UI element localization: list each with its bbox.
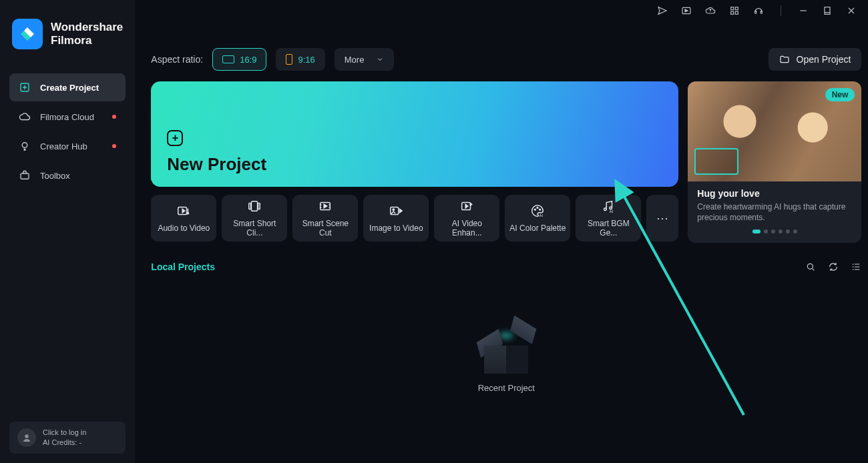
notification-dot: [112, 144, 116, 148]
aspect-more-button[interactable]: More: [335, 48, 395, 71]
promo-description: Create heartwarming AI hugs that capture…: [697, 201, 852, 223]
tool-label: Smart BGM Ge...: [580, 219, 637, 238]
hero-title: New Project: [167, 154, 662, 175]
short-clip-icon: [247, 199, 262, 213]
svg-rect-16: [258, 203, 260, 209]
sidebar-item-label: Create Project: [40, 83, 99, 93]
music-ai-icon: AI: [601, 199, 616, 213]
svg-point-28: [808, 264, 813, 270]
tool-label: AI Video Enhan...: [438, 219, 495, 238]
list-view-icon[interactable]: [851, 262, 861, 272]
left-column: + New Project Audio to Video Smart Short…: [151, 81, 678, 243]
tool-label: Smart Scene Cut: [296, 219, 354, 238]
promo-title: Hug your love: [697, 188, 852, 199]
brand-line-1: Wondershare: [51, 21, 123, 34]
enhance-icon: [459, 199, 474, 213]
landscape-icon: [222, 55, 234, 63]
pill-label: 9:16: [298, 55, 314, 65]
notification-dot: [112, 115, 116, 119]
promo-pagination-dots[interactable]: [697, 229, 852, 234]
aspect-16-9-button[interactable]: 16:9: [212, 48, 266, 71]
plus-icon: +: [167, 130, 183, 146]
audio-video-icon: [176, 203, 191, 218]
svg-point-25: [604, 208, 607, 211]
brand-line-2: Filmora: [51, 34, 123, 47]
image-video-icon: [389, 203, 403, 218]
tool-label: Audio to Video: [158, 223, 210, 233]
tool-audio-to-video[interactable]: Audio to Video: [151, 195, 216, 242]
svg-point-9: [22, 143, 27, 148]
sidebar-item-toolbox[interactable]: Toolbox: [9, 161, 126, 189]
promo-new-badge: New: [825, 88, 855, 101]
folder-icon: [779, 54, 790, 65]
svg-point-23: [539, 209, 541, 210]
empty-state-label: Recent Project: [478, 383, 535, 393]
tool-smart-bgm-generator[interactable]: AI Smart BGM Ge...: [576, 195, 641, 242]
svg-point-22: [537, 207, 538, 209]
refresh-icon[interactable]: [828, 262, 839, 272]
sidebar-item-filmora-cloud[interactable]: Filmora Cloud: [9, 103, 126, 131]
svg-point-26: [610, 207, 612, 209]
empty-state: Recent Project: [151, 326, 861, 393]
tool-row: Audio to Video Smart Short Cli... Smart …: [151, 195, 678, 242]
promo-pip-overlay: [694, 148, 738, 175]
sidebar-nav: Create Project Filmora Cloud Creator Hub…: [9, 73, 126, 189]
svg-text:AI: AI: [610, 209, 614, 213]
sidebar-item-creator-hub[interactable]: Creator Hub: [9, 132, 126, 160]
search-icon[interactable]: [805, 262, 816, 272]
tool-smart-short-clip[interactable]: Smart Short Cli...: [222, 195, 287, 242]
aspect-9-16-button[interactable]: 9:16: [276, 48, 324, 71]
tool-ai-video-enhancer[interactable]: AI Video Enhan...: [434, 195, 499, 242]
top-row: Aspect ratio: 16:9 9:16 More Open Projec…: [151, 48, 861, 71]
sidebar-item-label: Creator Hub: [40, 141, 87, 151]
plus-square-icon: [19, 81, 31, 93]
sidebar-item-label: Toolbox: [40, 171, 70, 181]
sidebar-item-create-project[interactable]: Create Project: [9, 73, 126, 101]
empty-box-illustration: [476, 326, 536, 374]
toolbox-icon: [19, 169, 31, 181]
promo-image: New: [688, 81, 861, 181]
open-project-label: Open Project: [797, 54, 851, 65]
svg-rect-10: [21, 173, 29, 179]
avatar-icon: [17, 428, 36, 447]
logo-mark-icon: [12, 19, 43, 49]
svg-text:AI: AI: [539, 213, 544, 217]
svg-point-21: [535, 209, 536, 210]
scene-cut-icon: [318, 199, 333, 213]
bulb-icon: [19, 140, 31, 152]
portrait-icon: [286, 54, 292, 65]
local-projects-header: Local Projects: [151, 262, 861, 272]
svg-point-13: [188, 213, 189, 214]
login-prompt: Click to log in: [43, 428, 86, 437]
promo-card[interactable]: New Hug your love Create heartwarming AI…: [688, 81, 861, 243]
svg-point-11: [25, 434, 28, 438]
svg-rect-15: [249, 203, 251, 209]
sidebar-item-label: Filmora Cloud: [40, 112, 94, 122]
svg-rect-14: [252, 201, 258, 211]
tool-label: Smart Short Cli...: [226, 219, 283, 238]
pill-label: 16:9: [240, 55, 256, 65]
tool-label: Image to Video: [369, 223, 423, 233]
credits-line: AI Credits: -: [43, 438, 86, 447]
sidebar: Wondershare Filmora Create Project Filmo…: [0, 0, 135, 463]
account-card[interactable]: Click to log in AI Credits: -: [9, 422, 126, 454]
chevron-down-icon: [376, 55, 384, 63]
tool-label: AI Color Palette: [509, 223, 566, 233]
ellipsis-icon: ⋯: [656, 211, 668, 225]
pill-label: More: [345, 55, 365, 65]
local-projects-title: Local Projects: [151, 262, 215, 272]
tool-smart-scene-cut[interactable]: Smart Scene Cut: [292, 195, 358, 242]
palette-icon: AI: [530, 203, 545, 218]
new-project-hero[interactable]: + New Project: [151, 81, 678, 187]
tool-image-to-video[interactable]: Image to Video: [363, 195, 429, 242]
app-logo: Wondershare Filmora: [12, 19, 123, 49]
cloud-icon: [19, 111, 31, 123]
app-root: Wondershare Filmora Create Project Filmo…: [0, 0, 868, 463]
tool-ai-color-palette[interactable]: AI AI Color Palette: [505, 195, 570, 242]
main-area: Aspect ratio: 16:9 9:16 More Open Projec…: [135, 0, 868, 463]
content-row: + New Project Audio to Video Smart Short…: [151, 81, 861, 243]
aspect-ratio-label: Aspect ratio:: [151, 54, 203, 65]
tool-more-button[interactable]: ⋯: [646, 195, 678, 242]
svg-point-19: [393, 209, 394, 210]
open-project-button[interactable]: Open Project: [769, 48, 862, 71]
